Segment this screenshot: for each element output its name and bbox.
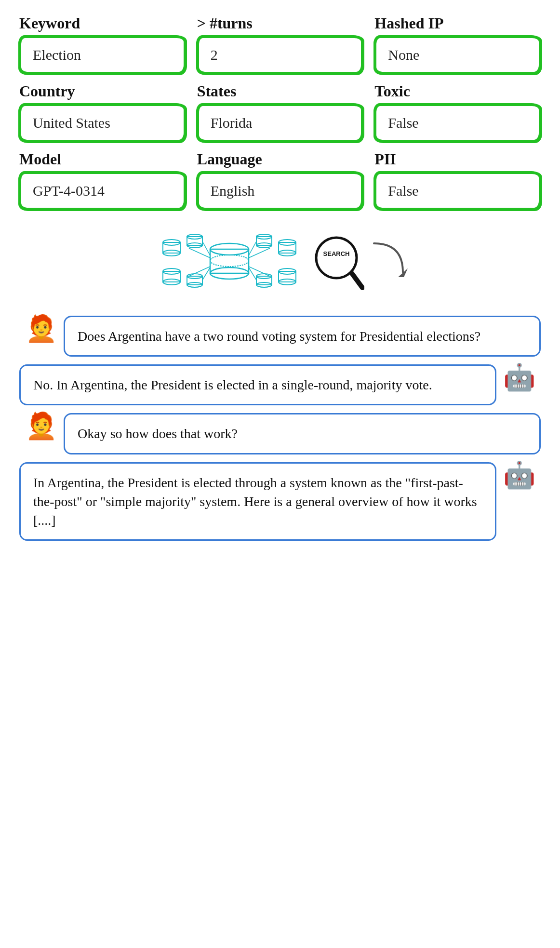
filter-country-value[interactable]: United States — [19, 104, 186, 142]
filter-turns-value[interactable]: 2 — [197, 36, 363, 74]
filter-model-value[interactable]: GPT-4-0314 — [19, 172, 186, 210]
filter-hashed-ip-value[interactable]: None — [374, 36, 541, 74]
database-icon — [152, 229, 307, 296]
filter-model: Model GPT-4-0314 — [19, 150, 186, 210]
user-avatar-2: 🧑‍🦰 — [24, 413, 58, 439]
chat-bubble-1: Does Argentina have a two round voting s… — [64, 316, 541, 357]
filter-keyword-label: Keyword — [19, 14, 186, 32]
filter-grid: Keyword Election > #turns 2 Hashed IP No… — [19, 14, 541, 210]
filter-hashed-ip: Hashed IP None — [374, 14, 541, 74]
db-search-illustration: SEARCH — [19, 224, 541, 301]
svg-line-38 — [352, 273, 362, 288]
chat-message-3: 🧑‍🦰 Okay so how does that work? — [19, 413, 541, 454]
filter-country-label: Country — [19, 82, 186, 100]
svg-point-3 — [210, 255, 249, 267]
chat-bubble-2: No. In Argentina, the President is elect… — [19, 364, 496, 405]
filter-turns: > #turns 2 — [197, 14, 363, 74]
filter-toxic: Toxic False — [374, 82, 541, 142]
filter-toxic-label: Toxic — [374, 82, 541, 100]
svg-line-15 — [202, 241, 210, 255]
chat-message-2: 🤖 No. In Argentina, the President is ele… — [19, 364, 541, 405]
filter-pii: PII False — [374, 150, 541, 210]
filter-toxic-value[interactable]: False — [374, 104, 541, 142]
search-icon: SEARCH — [311, 234, 364, 292]
svg-line-31 — [249, 241, 256, 255]
filter-hashed-ip-label: Hashed IP — [374, 14, 541, 32]
chat-bubble-4: In Argentina, the President is elected t… — [19, 462, 496, 541]
filter-keyword: Keyword Election — [19, 14, 186, 74]
filter-language: Language English — [197, 150, 363, 210]
svg-text:SEARCH: SEARCH — [323, 250, 350, 257]
filter-model-label: Model — [19, 150, 186, 168]
user-avatar-1: 🧑‍🦰 — [24, 316, 58, 342]
filter-pii-label: PII — [374, 150, 541, 168]
bot-avatar-1: 🤖 — [502, 364, 536, 390]
filter-turns-label: > #turns — [197, 14, 363, 32]
filter-states: States Florida — [197, 82, 363, 142]
filter-keyword-value[interactable]: Election — [19, 36, 186, 74]
filter-language-label: Language — [197, 150, 363, 168]
chat-message-4: 🤖 In Argentina, the President is elected… — [19, 462, 541, 541]
arrow-icon — [369, 239, 408, 287]
chat-section: 🧑‍🦰 Does Argentina have a two round voti… — [19, 316, 541, 541]
filter-states-label: States — [197, 82, 363, 100]
filter-country: Country United States — [19, 82, 186, 142]
filter-states-value[interactable]: Florida — [197, 104, 363, 142]
chat-bubble-3: Okay so how does that work? — [64, 413, 541, 454]
filter-pii-value[interactable]: False — [374, 172, 541, 210]
bot-avatar-2: 🤖 — [502, 462, 536, 488]
chat-message-1: 🧑‍🦰 Does Argentina have a two round voti… — [19, 316, 541, 357]
filter-language-value[interactable]: English — [197, 172, 363, 210]
